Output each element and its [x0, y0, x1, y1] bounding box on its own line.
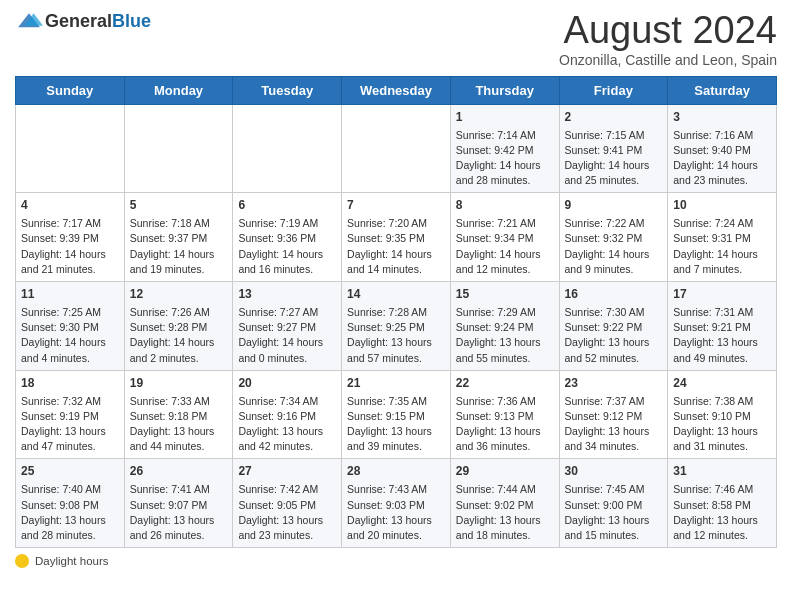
- calendar-day-cell: 28Sunrise: 7:43 AM Sunset: 9:03 PM Dayli…: [342, 459, 451, 548]
- calendar-week-row: 4Sunrise: 7:17 AM Sunset: 9:39 PM Daylig…: [16, 193, 777, 282]
- day-info: Sunrise: 7:40 AM Sunset: 9:08 PM Dayligh…: [21, 482, 119, 543]
- calendar-day-cell: 1Sunrise: 7:14 AM Sunset: 9:42 PM Daylig…: [450, 104, 559, 193]
- calendar-day-cell: 13Sunrise: 7:27 AM Sunset: 9:27 PM Dayli…: [233, 282, 342, 371]
- day-number: 11: [21, 286, 119, 303]
- day-number: 22: [456, 375, 554, 392]
- day-number: 23: [565, 375, 663, 392]
- calendar-day-cell: 11Sunrise: 7:25 AM Sunset: 9:30 PM Dayli…: [16, 282, 125, 371]
- calendar-day-cell: 15Sunrise: 7:29 AM Sunset: 9:24 PM Dayli…: [450, 282, 559, 371]
- logo-text-general: General: [45, 11, 112, 31]
- day-of-week-header: Thursday: [450, 76, 559, 104]
- day-info: Sunrise: 7:21 AM Sunset: 9:34 PM Dayligh…: [456, 216, 554, 277]
- day-number: 9: [565, 197, 663, 214]
- calendar-day-cell: 3Sunrise: 7:16 AM Sunset: 9:40 PM Daylig…: [668, 104, 777, 193]
- day-number: 27: [238, 463, 336, 480]
- calendar-day-cell: 30Sunrise: 7:45 AM Sunset: 9:00 PM Dayli…: [559, 459, 668, 548]
- calendar-day-cell: 22Sunrise: 7:36 AM Sunset: 9:13 PM Dayli…: [450, 370, 559, 459]
- day-number: 6: [238, 197, 336, 214]
- day-info: Sunrise: 7:41 AM Sunset: 9:07 PM Dayligh…: [130, 482, 228, 543]
- calendar-header-row: SundayMondayTuesdayWednesdayThursdayFrid…: [16, 76, 777, 104]
- calendar-day-cell: 25Sunrise: 7:40 AM Sunset: 9:08 PM Dayli…: [16, 459, 125, 548]
- calendar-day-cell: 7Sunrise: 7:20 AM Sunset: 9:35 PM Daylig…: [342, 193, 451, 282]
- day-info: Sunrise: 7:17 AM Sunset: 9:39 PM Dayligh…: [21, 216, 119, 277]
- calendar-day-cell: 14Sunrise: 7:28 AM Sunset: 9:25 PM Dayli…: [342, 282, 451, 371]
- day-number: 8: [456, 197, 554, 214]
- day-info: Sunrise: 7:44 AM Sunset: 9:02 PM Dayligh…: [456, 482, 554, 543]
- calendar-week-row: 25Sunrise: 7:40 AM Sunset: 9:08 PM Dayli…: [16, 459, 777, 548]
- calendar-day-cell: 16Sunrise: 7:30 AM Sunset: 9:22 PM Dayli…: [559, 282, 668, 371]
- day-number: 28: [347, 463, 445, 480]
- calendar-day-cell: 20Sunrise: 7:34 AM Sunset: 9:16 PM Dayli…: [233, 370, 342, 459]
- day-of-week-header: Tuesday: [233, 76, 342, 104]
- calendar-day-cell: 12Sunrise: 7:26 AM Sunset: 9:28 PM Dayli…: [124, 282, 233, 371]
- day-number: 7: [347, 197, 445, 214]
- day-info: Sunrise: 7:24 AM Sunset: 9:31 PM Dayligh…: [673, 216, 771, 277]
- day-info: Sunrise: 7:19 AM Sunset: 9:36 PM Dayligh…: [238, 216, 336, 277]
- calendar-day-cell: 4Sunrise: 7:17 AM Sunset: 9:39 PM Daylig…: [16, 193, 125, 282]
- day-info: Sunrise: 7:33 AM Sunset: 9:18 PM Dayligh…: [130, 394, 228, 455]
- day-info: Sunrise: 7:22 AM Sunset: 9:32 PM Dayligh…: [565, 216, 663, 277]
- day-number: 29: [456, 463, 554, 480]
- sun-icon: [15, 554, 29, 568]
- logo-text-blue: Blue: [112, 11, 151, 31]
- day-number: 30: [565, 463, 663, 480]
- calendar-day-cell: 29Sunrise: 7:44 AM Sunset: 9:02 PM Dayli…: [450, 459, 559, 548]
- day-info: Sunrise: 7:14 AM Sunset: 9:42 PM Dayligh…: [456, 128, 554, 189]
- calendar-day-cell: 6Sunrise: 7:19 AM Sunset: 9:36 PM Daylig…: [233, 193, 342, 282]
- day-info: Sunrise: 7:26 AM Sunset: 9:28 PM Dayligh…: [130, 305, 228, 366]
- day-number: 20: [238, 375, 336, 392]
- day-info: Sunrise: 7:20 AM Sunset: 9:35 PM Dayligh…: [347, 216, 445, 277]
- day-number: 17: [673, 286, 771, 303]
- day-number: 5: [130, 197, 228, 214]
- calendar-day-cell: 19Sunrise: 7:33 AM Sunset: 9:18 PM Dayli…: [124, 370, 233, 459]
- day-info: Sunrise: 7:28 AM Sunset: 9:25 PM Dayligh…: [347, 305, 445, 366]
- day-info: Sunrise: 7:15 AM Sunset: 9:41 PM Dayligh…: [565, 128, 663, 189]
- day-number: 13: [238, 286, 336, 303]
- day-of-week-header: Monday: [124, 76, 233, 104]
- day-info: Sunrise: 7:35 AM Sunset: 9:15 PM Dayligh…: [347, 394, 445, 455]
- day-number: 25: [21, 463, 119, 480]
- calendar-day-cell: [342, 104, 451, 193]
- day-info: Sunrise: 7:25 AM Sunset: 9:30 PM Dayligh…: [21, 305, 119, 366]
- day-info: Sunrise: 7:32 AM Sunset: 9:19 PM Dayligh…: [21, 394, 119, 455]
- calendar-day-cell: 10Sunrise: 7:24 AM Sunset: 9:31 PM Dayli…: [668, 193, 777, 282]
- day-info: Sunrise: 7:36 AM Sunset: 9:13 PM Dayligh…: [456, 394, 554, 455]
- calendar-day-cell: 17Sunrise: 7:31 AM Sunset: 9:21 PM Dayli…: [668, 282, 777, 371]
- day-info: Sunrise: 7:37 AM Sunset: 9:12 PM Dayligh…: [565, 394, 663, 455]
- day-info: Sunrise: 7:34 AM Sunset: 9:16 PM Dayligh…: [238, 394, 336, 455]
- daylight-label: Daylight hours: [35, 555, 109, 567]
- calendar-day-cell: [124, 104, 233, 193]
- day-info: Sunrise: 7:18 AM Sunset: 9:37 PM Dayligh…: [130, 216, 228, 277]
- day-number: 31: [673, 463, 771, 480]
- day-info: Sunrise: 7:30 AM Sunset: 9:22 PM Dayligh…: [565, 305, 663, 366]
- title-area: August 2024 Onzonilla, Castille and Leon…: [559, 10, 777, 68]
- day-number: 16: [565, 286, 663, 303]
- calendar-day-cell: 2Sunrise: 7:15 AM Sunset: 9:41 PM Daylig…: [559, 104, 668, 193]
- day-of-week-header: Friday: [559, 76, 668, 104]
- location-subtitle: Onzonilla, Castille and Leon, Spain: [559, 52, 777, 68]
- day-number: 21: [347, 375, 445, 392]
- calendar-day-cell: 8Sunrise: 7:21 AM Sunset: 9:34 PM Daylig…: [450, 193, 559, 282]
- calendar-day-cell: 9Sunrise: 7:22 AM Sunset: 9:32 PM Daylig…: [559, 193, 668, 282]
- day-number: 19: [130, 375, 228, 392]
- day-info: Sunrise: 7:29 AM Sunset: 9:24 PM Dayligh…: [456, 305, 554, 366]
- calendar-day-cell: 26Sunrise: 7:41 AM Sunset: 9:07 PM Dayli…: [124, 459, 233, 548]
- logo-icon: [15, 10, 43, 32]
- day-number: 24: [673, 375, 771, 392]
- day-info: Sunrise: 7:31 AM Sunset: 9:21 PM Dayligh…: [673, 305, 771, 366]
- day-number: 2: [565, 109, 663, 126]
- calendar-day-cell: 5Sunrise: 7:18 AM Sunset: 9:37 PM Daylig…: [124, 193, 233, 282]
- day-number: 14: [347, 286, 445, 303]
- page-header: GeneralBlue August 2024 Onzonilla, Casti…: [15, 10, 777, 68]
- day-info: Sunrise: 7:42 AM Sunset: 9:05 PM Dayligh…: [238, 482, 336, 543]
- day-number: 10: [673, 197, 771, 214]
- day-info: Sunrise: 7:16 AM Sunset: 9:40 PM Dayligh…: [673, 128, 771, 189]
- calendar-day-cell: 21Sunrise: 7:35 AM Sunset: 9:15 PM Dayli…: [342, 370, 451, 459]
- calendar-week-row: 18Sunrise: 7:32 AM Sunset: 9:19 PM Dayli…: [16, 370, 777, 459]
- day-number: 3: [673, 109, 771, 126]
- calendar-day-cell: [16, 104, 125, 193]
- calendar-day-cell: 24Sunrise: 7:38 AM Sunset: 9:10 PM Dayli…: [668, 370, 777, 459]
- day-info: Sunrise: 7:46 AM Sunset: 8:58 PM Dayligh…: [673, 482, 771, 543]
- footer-note: Daylight hours: [15, 554, 777, 568]
- day-number: 15: [456, 286, 554, 303]
